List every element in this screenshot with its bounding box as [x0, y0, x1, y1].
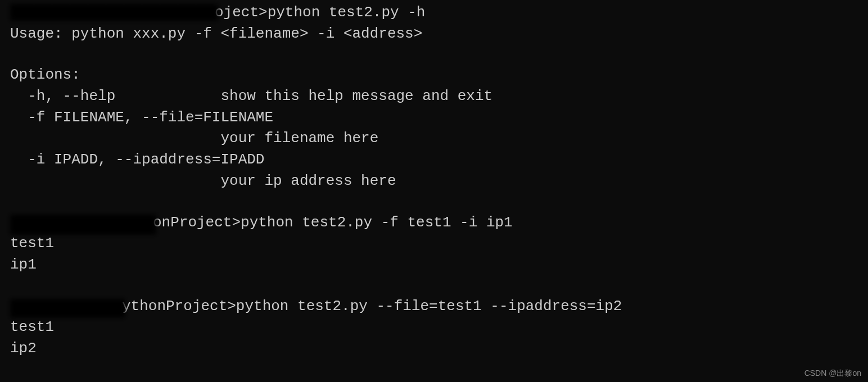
output-2-line2: ip1 — [10, 254, 858, 276]
command-line-3: ythonProject>python test2.py --file=test… — [10, 296, 858, 317]
option-ip-flag: -i IPADD, --ipaddress=IPADD — [10, 149, 858, 171]
watermark: CSDN @出黎on — [804, 367, 861, 379]
output-3-line1: test1 — [10, 317, 858, 338]
command-2: python test2.py -f test1 -i ip1 — [241, 214, 513, 231]
option-file-flag: -f FILENAME, --file=FILENAME — [10, 107, 858, 129]
command-3: python test2.py --file=test1 --ipaddress… — [236, 298, 622, 315]
output-3-line2: ip2 — [10, 338, 858, 360]
prompt-suffix-3: ythonProject> — [122, 298, 236, 315]
option-ip-desc: your ip address here — [10, 171, 858, 192]
option-file-desc: your filename here — [10, 128, 858, 149]
command-line-2: onProject>python test2.py -f test1 -i ip… — [10, 212, 858, 234]
options-header: Options: — [10, 65, 858, 86]
command-line-1: oject>python test2.py -h — [10, 2, 858, 24]
prompt-suffix-1: oject> — [215, 4, 268, 21]
output-2-line1: test1 — [10, 233, 858, 254]
redacted-path-2 — [10, 215, 156, 235]
redacted-path-1 — [10, 4, 218, 21]
redacted-path-3 — [10, 299, 125, 318]
option-help: -h, --help show this help message and ex… — [10, 86, 858, 107]
prompt-suffix-2: onProject> — [153, 214, 241, 231]
usage-line: Usage: python xxx.py -f <filename> -i <a… — [10, 24, 858, 45]
command-1: python test2.py -h — [268, 4, 426, 21]
